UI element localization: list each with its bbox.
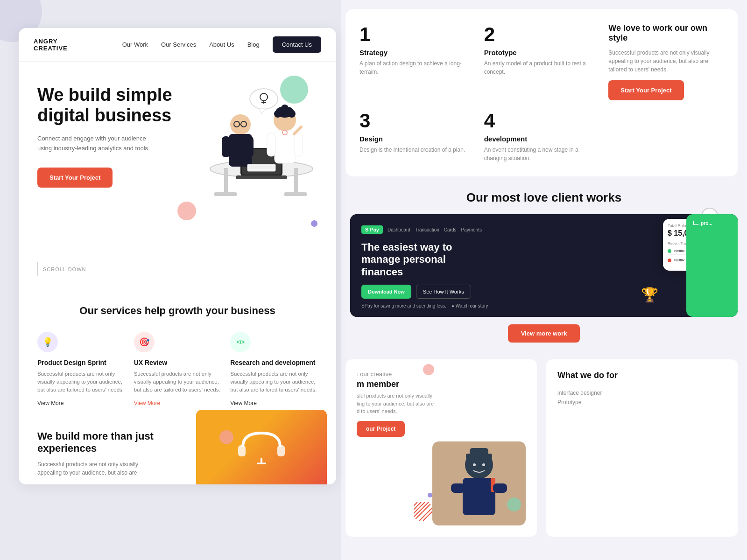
scroll-label: SCROLL DOWN — [43, 266, 86, 272]
service-icon-0: 💡 — [37, 332, 58, 352]
svg-rect-2 — [294, 168, 298, 196]
svg-rect-22 — [275, 131, 295, 163]
svg-rect-24 — [294, 133, 303, 156]
deco-circle-green — [280, 76, 308, 104]
phone-tx-dot-1 — [668, 259, 671, 262]
services-section: Our services help growth your business 💡… — [19, 290, 336, 421]
bottom-strip: We build more than just experiences Succ… — [19, 421, 336, 484]
love-title: We love to work our own style — [608, 23, 724, 43]
hero-text: We build simple digital business Connect… — [37, 85, 177, 188]
phone-tx-dot-0 — [668, 249, 671, 253]
svg-point-44 — [473, 463, 476, 466]
nav-blog[interactable]: Blog — [247, 41, 260, 48]
process-name-design: Design — [359, 135, 475, 143]
team-section-title: m member — [357, 379, 526, 389]
hero-subtitle: Connect and engage with your audience us… — [37, 134, 159, 154]
process-item-development: 4 development An event constituting a ne… — [484, 110, 599, 162]
service-card-1: 🎯 UX Review Successful products are not … — [134, 332, 221, 407]
process-desc-development: An event constituting a new stage in a c… — [484, 146, 599, 162]
service-desc-1: Successful products are not only visuall… — [134, 370, 221, 394]
nav-links: Our Work Our Services About Us Blog Cont… — [122, 36, 321, 53]
work-card-pay: S Pay Dashboard Transaction Cards Paymen… — [350, 214, 738, 317]
nav-about-us[interactable]: About Us — [209, 41, 234, 48]
view-more-1[interactable]: View More — [134, 400, 160, 406]
process-num-2: 2 — [484, 23, 599, 46]
scroll-line — [37, 262, 38, 276]
svg-point-26 — [250, 89, 278, 109]
see-how-it-works-button[interactable]: See How It Works — [416, 285, 471, 299]
work-bottom-text: SPay for saving more and spending less. … — [361, 303, 726, 308]
works-carousel: S Pay Dashboard Transaction Cards Paymen… — [350, 214, 738, 317]
work-card-title: The easiest way to manage personal finan… — [361, 241, 483, 278]
team-circle-purple — [428, 493, 432, 497]
love-cta-button[interactable]: Start Your Project — [608, 80, 684, 100]
nav-dashboard: Dashboard — [388, 227, 410, 232]
view-more-work-button[interactable]: View more work — [508, 324, 580, 343]
view-more-0[interactable]: View More — [37, 400, 63, 406]
download-now-button[interactable]: Download Now — [361, 285, 411, 299]
service-desc-0: Successful products are not only visuall… — [37, 370, 125, 394]
view-more-work-container: View more work — [350, 317, 738, 350]
process-grid: 1 Strategy A plan of action design to ac… — [359, 23, 724, 162]
process-name-strategy: Strategy — [359, 49, 475, 56]
svg-rect-41 — [470, 448, 488, 455]
process-item-strategy: 1 Strategy A plan of action design to ac… — [359, 23, 475, 100]
svg-rect-11 — [245, 136, 254, 157]
process-desc-design: Design is the intentional creation of a … — [359, 146, 475, 154]
svg-rect-36 — [277, 445, 285, 456]
svg-point-21 — [281, 105, 289, 112]
service-name-1: UX Review — [134, 359, 221, 366]
process-desc-prototype: An early model of a product built to tes… — [484, 59, 599, 76]
what-we-do-section: What we do for interface designer Protot… — [546, 359, 738, 537]
services-grid: 💡 Product Design Sprint Successful produ… — [37, 332, 317, 407]
service-card-2: </> Research and development Successful … — [230, 332, 317, 407]
logo-top: ANGRY — [34, 38, 68, 45]
svg-line-51 — [414, 502, 429, 517]
team-section-sub: sful products are not only visuallyling … — [357, 392, 526, 415]
nav-our-work[interactable]: Our Work — [122, 41, 148, 48]
work-cta-row: Download Now See How It Works — [361, 285, 726, 299]
svg-rect-4 — [284, 192, 307, 196]
hero-illustration — [187, 62, 336, 216]
svg-rect-42 — [463, 478, 495, 515]
service-card-0: 💡 Product Design Sprint Successful produ… — [37, 332, 125, 407]
spay-tagline: SPay for saving more and spending less. — [361, 303, 446, 308]
contact-us-button[interactable]: Contact Us — [273, 36, 321, 53]
deco-circle-pink — [177, 202, 196, 220]
team-deco-pink — [423, 364, 434, 375]
team-section-pre: : our creative — [357, 371, 526, 378]
process-name-prototype: Prototype — [484, 49, 599, 56]
what-item-0: interface designer — [557, 390, 726, 396]
what-title: What we do for — [557, 371, 726, 380]
love-text: Successful products are not only visuall… — [608, 49, 724, 74]
deco-circle-purple — [311, 220, 317, 227]
love-own-style-box: We love to work our own style Successful… — [608, 23, 724, 100]
team-start-project-button[interactable]: our Project — [357, 421, 405, 437]
workspace-image — [196, 410, 327, 484]
team-photo-bg — [432, 441, 526, 525]
right-panel: 1 Strategy A plan of action design to ac… — [341, 0, 747, 560]
svg-point-45 — [482, 463, 485, 466]
nav-our-services[interactable]: Our Services — [161, 41, 196, 48]
hero-cta-button[interactable]: Start Your Project — [37, 168, 113, 188]
what-item-1: Prototype — [557, 399, 726, 406]
svg-rect-46 — [451, 483, 465, 493]
service-name-0: Product Design Sprint — [37, 359, 125, 366]
client-works-title: Our most love client works — [350, 190, 738, 205]
nav-cards: Cards — [444, 227, 457, 232]
logo-bottom: CREATIVE — [34, 45, 68, 52]
service-name-2: Research and development — [230, 359, 317, 366]
view-more-2[interactable]: View More — [230, 400, 256, 406]
process-section: 1 Strategy A plan of action design to ac… — [345, 9, 738, 176]
team-section: : our creative m member sful products ar… — [345, 359, 537, 537]
service-icon-2: </> — [230, 332, 251, 352]
process-num-3: 3 — [359, 110, 475, 132]
what-items: interface designer Prototype — [557, 390, 726, 406]
process-desc-strategy: A plan of action design to achieve a lon… — [359, 59, 475, 76]
navbar: ANGRY CREATIVE Our Work Our Services Abo… — [19, 28, 336, 62]
client-works-section: Our most love client works › Drag S Pay … — [341, 176, 747, 359]
svg-rect-23 — [267, 133, 275, 156]
work-card-green-partial: L... pro... — [686, 214, 738, 317]
svg-rect-1 — [224, 168, 228, 196]
service-icon-1: 🎯 — [134, 332, 155, 352]
